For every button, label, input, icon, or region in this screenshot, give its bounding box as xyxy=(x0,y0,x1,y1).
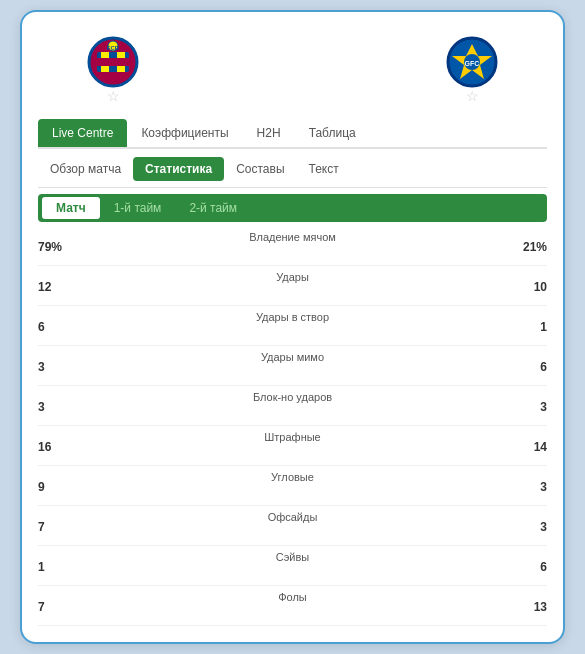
stat-label: Владение мячом xyxy=(249,231,336,243)
bar-row-top xyxy=(68,286,517,293)
stat-left-value: 3 xyxy=(38,360,68,374)
stat-label: Блок-но ударов xyxy=(253,391,332,403)
bar-row-bottom xyxy=(68,455,517,462)
subtab-second-half[interactable]: 2-й тайм xyxy=(175,197,251,219)
stat-label: Офсайды xyxy=(268,511,318,523)
stat-right-value: 3 xyxy=(517,520,547,534)
bar-row-top xyxy=(68,526,517,533)
bars-container xyxy=(68,406,517,422)
stat-right-value: 3 xyxy=(517,400,547,414)
stat-middle: Фолы xyxy=(68,591,517,622)
tab-coefficients[interactable]: Коэффициенты xyxy=(127,119,242,147)
stat-right-value: 6 xyxy=(517,560,547,574)
bars-container xyxy=(68,486,517,502)
stat-right-value: 3 xyxy=(517,480,547,494)
secondary-tabs: Обзор матча Статистика Составы Текст xyxy=(38,157,547,188)
match-card: FCB ☆ GFC ☆ Live Centre Коэффициенты H2H… xyxy=(20,10,565,644)
bar-row-top xyxy=(68,366,517,373)
stat-middle: Сэйвы xyxy=(68,551,517,582)
bar-row-bottom xyxy=(68,575,517,582)
tab-h2h[interactable]: H2H xyxy=(243,119,295,147)
barca-crest-icon: FCB xyxy=(87,36,139,88)
stat-row: 1 Сэйвы xyxy=(38,546,547,586)
score-section: FCB ☆ GFC ☆ xyxy=(38,30,547,119)
stat-left-value: 7 xyxy=(38,520,68,534)
svg-rect-4 xyxy=(97,58,129,66)
stat-middle: Удары xyxy=(68,271,517,302)
stat-middle: Удары в створ xyxy=(68,311,517,342)
stats-subtabs: Матч 1-й тайм 2-й тайм xyxy=(38,194,547,222)
stat-right-value: 10 xyxy=(517,280,547,294)
bars-container xyxy=(68,326,517,342)
bars-container xyxy=(68,566,517,582)
bars-container xyxy=(68,246,517,262)
stat-label: Сэйвы xyxy=(276,551,309,563)
stat-middle: Штрафные xyxy=(68,431,517,462)
tab-match-overview[interactable]: Обзор матча xyxy=(38,157,133,181)
bar-row-top xyxy=(68,486,517,493)
tab-live-centre[interactable]: Live Centre xyxy=(38,119,127,147)
bar-row-bottom xyxy=(68,335,517,342)
stat-middle: Блок-но ударов xyxy=(68,391,517,422)
stat-row: 6 Удары в створ xyxy=(38,306,547,346)
stat-row: 3 Блок-но ударов xyxy=(38,386,547,426)
tab-table[interactable]: Таблица xyxy=(295,119,370,147)
stat-left-value: 3 xyxy=(38,400,68,414)
bars-container xyxy=(68,286,517,302)
stat-middle: Офсайды xyxy=(68,511,517,542)
stat-label: Удары в створ xyxy=(256,311,329,323)
bar-row-top xyxy=(68,606,517,613)
stat-left-value: 12 xyxy=(38,280,68,294)
stat-label: Удары xyxy=(276,271,309,283)
stat-row: 79% Владение мячом xyxy=(38,226,547,266)
stat-row: 9 Угловые xyxy=(38,466,547,506)
stat-right-value: 21% xyxy=(517,240,547,254)
stat-middle: Владение мячом xyxy=(68,231,517,262)
bar-row-top xyxy=(68,326,517,333)
stat-right-value: 6 xyxy=(517,360,547,374)
bar-row-bottom xyxy=(68,535,517,542)
bars-container xyxy=(68,526,517,542)
stat-row: 16 Штрафные xyxy=(38,426,547,466)
stat-row: 7 Офсайды xyxy=(38,506,547,546)
primary-tabs: Live Centre Коэффициенты H2H Таблица xyxy=(38,119,547,149)
stat-left-value: 79% xyxy=(38,240,68,254)
stat-row: 12 Удары xyxy=(38,266,547,306)
home-team: FCB ☆ xyxy=(48,36,178,107)
away-team: GFC ☆ xyxy=(407,36,537,107)
stat-middle: Угловые xyxy=(68,471,517,502)
stat-label: Удары мимо xyxy=(261,351,324,363)
home-star-icon: ☆ xyxy=(107,88,120,104)
bar-row-top xyxy=(68,246,517,253)
bar-row-bottom xyxy=(68,255,517,262)
bar-row-bottom xyxy=(68,295,517,302)
tab-statistics[interactable]: Статистика xyxy=(133,157,224,181)
stat-middle: Удары мимо xyxy=(68,351,517,382)
svg-text:GFC: GFC xyxy=(465,60,480,67)
stats-table: 79% Владение мячом xyxy=(38,226,547,626)
stat-left-value: 16 xyxy=(38,440,68,454)
bar-row-top xyxy=(68,446,517,453)
stat-right-value: 14 xyxy=(517,440,547,454)
bars-container xyxy=(68,446,517,462)
stat-left-value: 7 xyxy=(38,600,68,614)
stat-label: Фолы xyxy=(278,591,307,603)
bar-row-bottom xyxy=(68,375,517,382)
tab-text[interactable]: Текст xyxy=(297,157,351,181)
tab-lineups[interactable]: Составы xyxy=(224,157,296,181)
bar-row-bottom xyxy=(68,495,517,502)
svg-text:FCB: FCB xyxy=(107,45,120,51)
subtab-match[interactable]: Матч xyxy=(42,197,100,219)
stat-label: Угловые xyxy=(271,471,314,483)
stat-row: 3 Удары мимо xyxy=(38,346,547,386)
bar-row-bottom xyxy=(68,615,517,622)
subtab-first-half[interactable]: 1-й тайм xyxy=(100,197,176,219)
bar-row-top xyxy=(68,406,517,413)
stat-left-value: 1 xyxy=(38,560,68,574)
stat-left-value: 9 xyxy=(38,480,68,494)
away-star-icon: ☆ xyxy=(466,88,479,104)
bar-row-bottom xyxy=(68,415,517,422)
stat-row: 7 Фолы xyxy=(38,586,547,626)
bars-container xyxy=(68,606,517,622)
bar-row-top xyxy=(68,566,517,573)
